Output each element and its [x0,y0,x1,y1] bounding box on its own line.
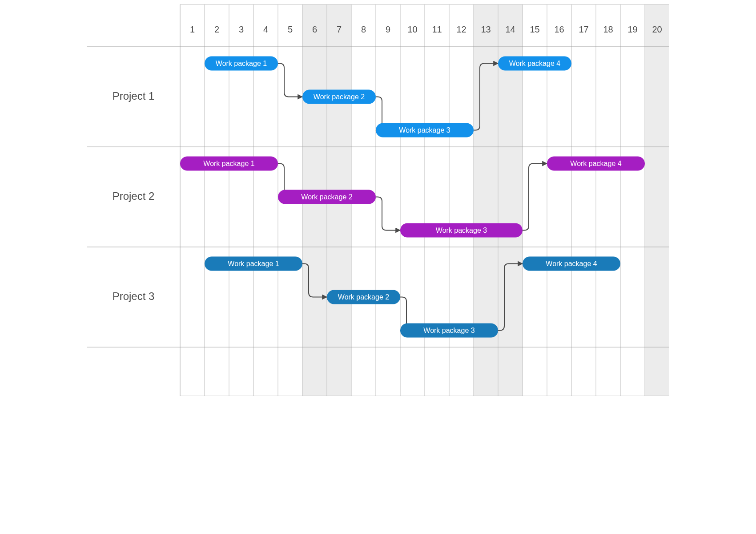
work-package-label: Work package 4 [546,260,597,267]
column-header-19: 19 [627,24,637,34]
shaded-column-20 [645,4,669,396]
column-header-5: 5 [288,24,293,34]
dependency-arrow [376,197,400,231]
work-package-bar[interactable]: Work package 4 [498,57,571,71]
work-package-label: Work package 3 [423,327,475,334]
work-package-bar[interactable]: Work package 2 [302,90,376,104]
column-header-15: 15 [530,24,539,34]
column-header-9: 9 [386,24,390,34]
column-header-8: 8 [361,24,366,34]
column-header-10: 10 [407,24,417,34]
work-package-bar[interactable]: Work package 1 [205,57,278,71]
column-header-14: 14 [505,24,515,34]
work-package-label: Work package 1 [203,160,254,167]
work-package-bar[interactable]: Work package 3 [400,324,498,338]
work-package-bar[interactable]: Work package 2 [327,290,400,304]
work-package-bar[interactable]: Work package 2 [278,190,376,204]
work-package-label: Work package 1 [228,260,279,267]
column-header-3: 3 [239,24,244,34]
column-header-1: 1 [190,24,195,34]
work-package-bar[interactable]: Work package 1 [180,157,278,171]
dependency-arrow [523,164,547,231]
column-header-6: 6 [312,24,317,34]
column-header-17: 17 [579,24,588,34]
row-label-1: Project 1 [113,90,155,102]
work-package-bar[interactable]: Work package 3 [376,123,474,138]
work-package-bar[interactable]: Work package 4 [523,257,620,271]
work-package-label: Work package 3 [399,126,450,134]
column-header-18: 18 [603,24,613,34]
work-package-label: Work package 3 [436,227,487,234]
row-label-2: Project 2 [113,190,155,202]
work-package-bar[interactable]: Work package 3 [400,223,523,238]
row-label-3: Project 3 [113,290,155,302]
column-header-2: 2 [214,24,219,34]
work-package-bar[interactable]: Work package 4 [547,157,645,171]
column-header-16: 16 [554,24,564,34]
work-package-label: Work package 2 [338,293,389,301]
column-header-20: 20 [652,24,662,34]
dependency-arrow [278,64,302,97]
column-header-7: 7 [337,24,342,34]
column-header-12: 12 [456,24,466,34]
column-header-4: 4 [263,24,268,34]
work-package-label: Work package 4 [509,60,560,67]
column-header-13: 13 [481,24,491,34]
work-package-label: Work package 4 [570,160,621,167]
work-package-bar[interactable]: Work package 1 [205,257,302,271]
work-package-label: Work package 2 [301,193,352,201]
column-header-11: 11 [432,24,442,34]
work-package-label: Work package 2 [314,93,365,101]
work-package-label: Work package 1 [216,60,267,67]
gantt-chart: 1234567891011121314151617181920Project 1… [87,4,669,396]
